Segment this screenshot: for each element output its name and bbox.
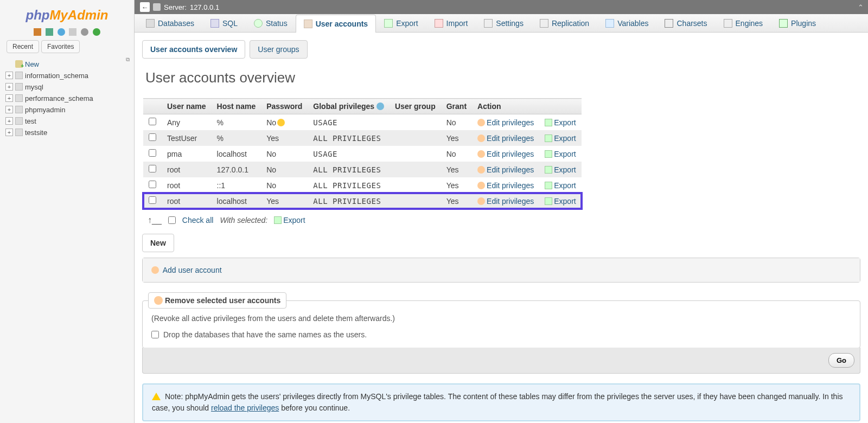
tree-db-label: performance_schema <box>25 94 93 102</box>
export-icon <box>384 19 393 28</box>
col-host: Host name <box>212 99 261 114</box>
expand-icon[interactable]: + <box>5 129 13 136</box>
row-checkbox[interactable] <box>149 133 156 141</box>
bulk-export-link[interactable]: Export <box>274 216 305 225</box>
cell-edit[interactable]: Edit privileges <box>472 130 539 146</box>
cell-export[interactable]: Export <box>539 130 581 146</box>
cell-host: localhost <box>212 146 261 162</box>
content: User accounts overview User groups User … <box>135 33 868 423</box>
password-warn-icon[interactable] <box>277 119 285 126</box>
back-button[interactable]: ← <box>140 2 150 12</box>
sql-icon[interactable] <box>69 28 76 36</box>
expand-icon[interactable]: + <box>5 106 13 113</box>
cell-export[interactable]: Export <box>539 114 581 131</box>
note-text-suffix: before you continue. <box>279 403 350 412</box>
cell-edit[interactable]: Edit privileges <box>472 193 539 209</box>
tree-db-test[interactable]: +test <box>4 116 130 127</box>
recent-tab[interactable]: Recent <box>7 40 39 53</box>
tab-databases[interactable]: Databases <box>138 14 202 32</box>
tab-replication[interactable]: Replication <box>532 14 597 32</box>
favorites-tab[interactable]: Favorites <box>41 40 80 53</box>
expand-icon[interactable]: + <box>5 83 13 91</box>
row-checkbox[interactable] <box>149 196 156 204</box>
edit-privileges-icon <box>477 182 485 189</box>
cell-export[interactable]: Export <box>539 146 581 162</box>
subtab-groups[interactable]: User groups <box>250 40 307 59</box>
help-icon[interactable] <box>376 102 384 110</box>
home-icon[interactable] <box>34 28 41 36</box>
cell-privileges: ALL PRIVILEGES <box>308 130 390 146</box>
tab-label: User accounts <box>316 20 368 28</box>
tab-sql[interactable]: SQL <box>202 14 246 32</box>
note-box: Note: phpMyAdmin gets the users' privile… <box>142 383 860 421</box>
database-icon <box>15 83 23 91</box>
add-user-link[interactable]: Add user account <box>163 266 222 274</box>
cell-group <box>390 114 441 131</box>
cell-user: Any <box>162 114 212 131</box>
edit-privileges-icon <box>477 119 485 126</box>
reload-icon[interactable] <box>93 28 100 36</box>
expand-icon[interactable]: + <box>5 72 13 79</box>
cell-host: % <box>212 130 261 146</box>
row-checkbox[interactable] <box>149 181 156 188</box>
row-checkbox[interactable] <box>149 165 156 172</box>
db-icon <box>146 19 155 28</box>
drop-dbs-checkbox[interactable] <box>151 331 159 338</box>
tab-settings[interactable]: Settings <box>476 14 532 32</box>
tree-new-database[interactable]: New <box>4 59 130 70</box>
check-all-link[interactable]: Check all <box>182 216 214 225</box>
tree-db-phpmyadmin[interactable]: +phpmyadmin <box>4 104 130 116</box>
subtab-overview[interactable]: User accounts overview <box>142 40 245 59</box>
tab-import[interactable]: Import <box>426 14 476 32</box>
tree-db-testsite[interactable]: +testsite <box>4 127 130 138</box>
cell-password: No <box>261 114 308 131</box>
logout-icon[interactable] <box>46 28 53 36</box>
user-row: rootlocalhostYesALL PRIVILEGESYesEdit pr… <box>143 193 582 209</box>
database-icon <box>15 94 23 102</box>
tree-db-performance_schema[interactable]: +performance_schema <box>4 93 130 104</box>
cell-export[interactable]: Export <box>539 177 581 193</box>
collapse-topbar-icon[interactable]: ⌃ <box>858 3 864 11</box>
user-row: pmalocalhostNoUSAGENoEdit privilegesExpo… <box>143 146 582 162</box>
check-all-checkbox[interactable] <box>168 216 176 224</box>
tree-db-information_schema[interactable]: +information_schema <box>4 70 130 81</box>
tab-charsets[interactable]: Charsets <box>656 14 715 32</box>
tab-status[interactable]: Status <box>246 14 296 32</box>
tab-variables[interactable]: Variables <box>597 14 656 32</box>
cell-edit[interactable]: Edit privileges <box>472 162 539 177</box>
go-button[interactable]: Go <box>828 353 854 368</box>
cell-edit[interactable]: Edit privileges <box>472 146 539 162</box>
cell-export[interactable]: Export <box>539 193 581 209</box>
col-user: User name <box>162 99 212 114</box>
new-button[interactable]: New <box>142 234 174 252</box>
expand-icon[interactable]: + <box>5 94 13 102</box>
users-icon <box>304 20 312 28</box>
export-icon <box>545 134 552 142</box>
row-checkbox[interactable] <box>149 118 156 125</box>
tab-user-accounts[interactable]: User accounts <box>296 15 376 33</box>
tree-db-mysql[interactable]: +mysql <box>4 81 130 93</box>
cell-edit[interactable]: Edit privileges <box>472 177 539 193</box>
docs-icon[interactable] <box>58 28 65 36</box>
collapse-sidebar-icon[interactable]: ⧉ <box>126 56 130 63</box>
tab-label: Engines <box>736 19 763 28</box>
cell-user: root <box>162 177 212 193</box>
cell-host: ::1 <box>212 177 261 193</box>
reload-privileges-link[interactable]: reload the privileges <box>211 403 279 412</box>
cell-password: No <box>261 162 308 177</box>
tab-export[interactable]: Export <box>376 14 426 32</box>
plugins-icon <box>779 19 788 28</box>
database-icon <box>15 72 23 79</box>
expand-icon[interactable]: + <box>5 117 13 125</box>
tab-engines[interactable]: Engines <box>716 14 771 32</box>
server-label: Server: <box>164 3 187 11</box>
cell-export[interactable]: Export <box>539 162 581 177</box>
settings-icon[interactable] <box>81 28 88 36</box>
cell-edit[interactable]: Edit privileges <box>472 114 539 131</box>
row-checkbox[interactable] <box>149 149 156 157</box>
tab-label: Import <box>446 19 468 28</box>
logo[interactable]: phpMyAdmin <box>0 4 134 25</box>
tab-plugins[interactable]: Plugins <box>771 14 824 32</box>
edit-privileges-icon <box>477 150 485 158</box>
drop-dbs-option[interactable]: Drop the databases that have the same na… <box>151 330 851 339</box>
